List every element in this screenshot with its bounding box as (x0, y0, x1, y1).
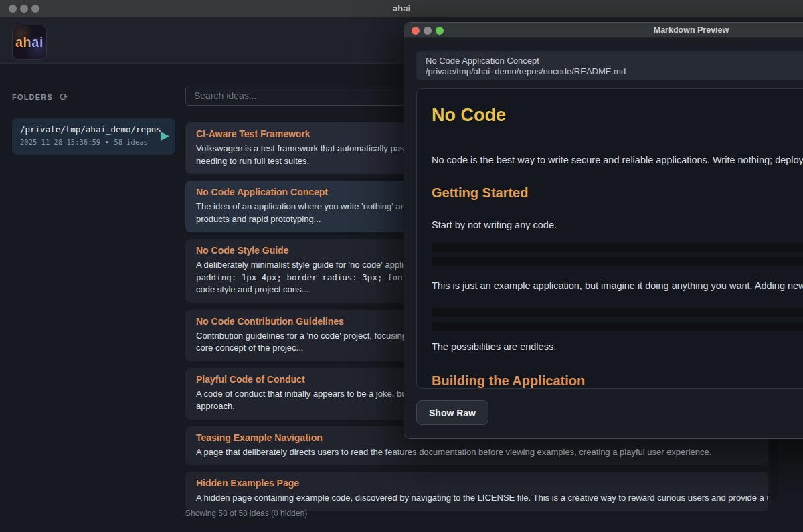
preview-file-path: /private/tmp/ahai_demo/repos/nocode/READ… (426, 66, 803, 77)
md-heading-2: Building the Application (432, 372, 803, 389)
idea-description-line: A page that deliberately directs users t… (196, 446, 757, 459)
md-paragraph: No code is the best way to write secure … (432, 155, 803, 165)
folder-meta: 2025-11-28 15:36:59 ● 58 ideas (20, 138, 167, 146)
show-raw-button[interactable]: Show Raw (416, 400, 488, 425)
window-title: ahai (0, 3, 803, 13)
preview-window-title: Markdown Preview (404, 25, 803, 35)
status-text: Showing 58 of 58 ideas (0 hidden) (185, 509, 307, 518)
refresh-icon[interactable]: ⟳ (60, 92, 68, 102)
md-paragraph: Start by not writing any code. (432, 219, 803, 230)
idea-description-line: A hidden page containing example code, d… (196, 492, 757, 505)
folder-timestamp: 2025-11-28 15:36:59 (20, 138, 100, 146)
md-paragraph: The possibilities are endless. (432, 341, 803, 352)
preview-file-header: No Code Application Concept /private/tmp… (416, 51, 803, 80)
folder-item[interactable]: /private/tmp/ahai_demo/repos 2025-11-28 … (12, 118, 175, 155)
code-block (432, 243, 803, 252)
folders-header: FOLDERS ⟳ (12, 92, 68, 102)
app-logo: ahai (12, 25, 47, 60)
md-heading-2: Getting Started (432, 184, 803, 201)
app-logo-text: ahai (15, 35, 43, 50)
folder-path: /private/tmp/ahai_demo/repos (20, 124, 167, 135)
code-block (432, 257, 803, 266)
dot-separator-icon: ● (106, 139, 108, 145)
markdown-preview-window: Markdown Preview No Code Application Con… (404, 22, 803, 439)
markdown-content-panel: No Code No code is the best way to write… (416, 88, 803, 389)
folders-label: FOLDERS (12, 93, 53, 101)
preview-titlebar: Markdown Preview (404, 23, 803, 38)
preview-idea-title: No Code Application Concept (426, 56, 803, 66)
code-block (432, 322, 803, 331)
md-paragraph: This is just an example application, but… (432, 280, 803, 291)
code-block (432, 308, 803, 317)
md-heading-1: No Code (432, 104, 803, 126)
idea-card[interactable]: Hidden Examples Page A hidden page conta… (185, 472, 768, 511)
folder-ideas-count: 58 ideas (114, 138, 148, 146)
idea-title: Hidden Examples Page (196, 478, 757, 489)
play-icon[interactable]: ▶ (161, 128, 169, 143)
main-window-titlebar: ahai (0, 0, 803, 18)
